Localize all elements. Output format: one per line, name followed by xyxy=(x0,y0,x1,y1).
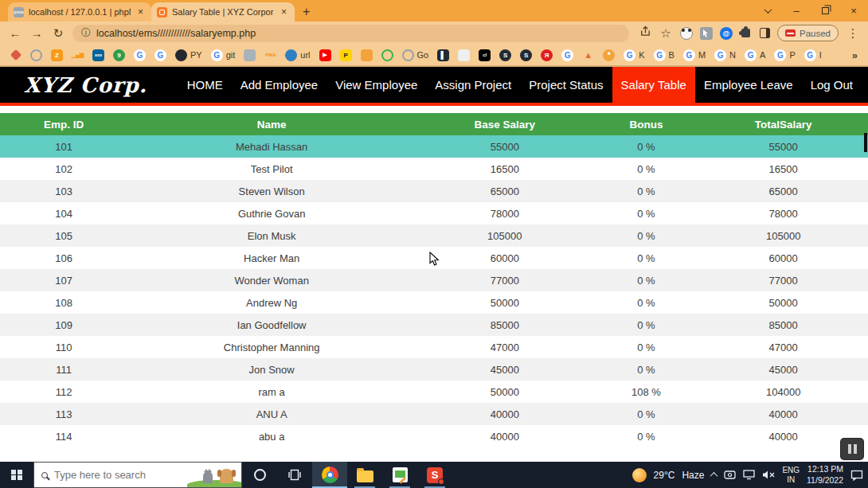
site-info-icon[interactable]: ⓘ xyxy=(81,26,91,40)
panda-extension-icon[interactable] xyxy=(680,27,693,40)
bookmark-item[interactable]: G xyxy=(154,49,166,61)
tray-expand-icon[interactable] xyxy=(710,472,718,480)
tab-phpmyadmin[interactable]: pma localhost / 127.0.0.1 | phpMyAdm × xyxy=(8,2,151,21)
close-window-button[interactable]: × xyxy=(839,0,868,21)
cortana-button[interactable] xyxy=(242,462,277,488)
tab-salary-table[interactable]: Salary Table | XYZ Corporation × xyxy=(151,2,295,21)
restore-button[interactable] xyxy=(811,0,839,21)
table-row-114[interactable]: 114abu a400000 %40000 xyxy=(0,425,868,447)
bookmarks-overflow-icon[interactable]: » xyxy=(852,49,858,61)
table-row-102[interactable]: 102Test Pilot165000 %16500 xyxy=(0,158,868,180)
bookmark-item[interactable] xyxy=(381,49,393,61)
weather-icon[interactable] xyxy=(632,468,647,482)
bookmark-item[interactable]: GA xyxy=(745,49,765,61)
bookmark-star-icon[interactable]: ☆ xyxy=(659,26,673,41)
weather-temp[interactable]: 29°C xyxy=(654,470,675,481)
bookmark-item[interactable]: GM xyxy=(683,49,706,61)
network-icon[interactable] xyxy=(743,470,755,480)
language-indicator[interactable]: ENG IN xyxy=(782,466,800,484)
bookmark-item[interactable]: GN xyxy=(714,49,736,61)
nav-item-project-status[interactable]: Project Status xyxy=(520,67,612,103)
task-view-button[interactable] xyxy=(277,462,312,488)
nav-item-log-out[interactable]: Log Out xyxy=(802,67,862,103)
bookmark-item[interactable] xyxy=(10,51,22,59)
bookmark-item[interactable]: S xyxy=(499,49,511,61)
nav-item-home[interactable]: HOME xyxy=(178,67,232,103)
side-panel-icon[interactable] xyxy=(760,28,770,38)
search-input[interactable] xyxy=(54,469,166,481)
chrome-taskbar-button[interactable] xyxy=(312,462,347,488)
bookmark-item[interactable]: PMA xyxy=(264,49,276,61)
address-bar[interactable]: ⓘ localhost/ems////////////salaryemp.php xyxy=(72,25,629,42)
recorder-pause-button[interactable] xyxy=(841,439,863,459)
bookmark-item[interactable]: G xyxy=(134,49,146,61)
bookmark-item[interactable]: Go xyxy=(402,49,429,61)
table-row-107[interactable]: 107Wonder Woman770000 %77000 xyxy=(0,269,868,291)
bookmark-item[interactable]: url xyxy=(285,49,310,61)
bookmark-item[interactable]: cl xyxy=(479,49,491,61)
bookmark-item[interactable]: ▌ xyxy=(437,49,449,61)
hand-cursor-extension-icon[interactable] xyxy=(700,27,713,40)
bookmark-item[interactable]: * xyxy=(603,49,615,61)
table-row-105[interactable]: 105Elon Musk1050000 %105000 xyxy=(0,224,868,247)
bookmark-item[interactable]: ▲ xyxy=(582,49,594,61)
bookmark-item[interactable]: IEEE xyxy=(92,49,104,61)
bookmark-item[interactable] xyxy=(30,49,42,61)
extensions-puzzle-icon[interactable] xyxy=(740,27,753,40)
bookmark-item[interactable]: S xyxy=(520,49,532,61)
profile-paused-badge[interactable]: Paused xyxy=(777,25,839,41)
bookmark-item[interactable]: G xyxy=(561,49,573,61)
table-row-112[interactable]: 112ram a50000108 %104000 xyxy=(0,381,868,403)
volume-muted-icon[interactable] xyxy=(762,470,775,480)
minimize-button[interactable]: – xyxy=(782,0,811,21)
table-row-109[interactable]: 109Ian Goodfellow850000 %85000 xyxy=(0,314,868,336)
back-icon[interactable]: ← xyxy=(8,26,22,40)
table-row-108[interactable]: 108Andrew Ng500000 %50000 xyxy=(0,291,868,314)
nav-item-salary-table[interactable]: Salary Table xyxy=(612,67,695,103)
at-extension-icon[interactable]: @ xyxy=(720,27,733,40)
taskbar-search[interactable] xyxy=(33,462,242,488)
bookmark-item[interactable]: PY xyxy=(175,49,202,61)
share-icon[interactable] xyxy=(639,25,651,41)
bookmark-item[interactable]: Ggit xyxy=(211,49,236,61)
bookmark-item[interactable]: 9 xyxy=(113,49,125,61)
close-tab-icon[interactable]: × xyxy=(135,6,146,18)
table-row-101[interactable]: 101Mehadi Hassan550000 %55000 xyxy=(0,135,868,158)
meet-now-icon[interactable] xyxy=(724,470,736,480)
bookmark-item[interactable]: ▶ xyxy=(319,49,331,61)
bookmark-item[interactable]: Я xyxy=(541,49,553,61)
bookmark-item[interactable]: GB xyxy=(654,49,674,61)
bookmark-item[interactable] xyxy=(244,49,256,61)
tab-search-icon[interactable] xyxy=(753,0,782,21)
bookmark-item[interactable]: ▁▄▆ xyxy=(72,49,84,61)
file-explorer-button[interactable] xyxy=(347,462,382,488)
close-tab-icon[interactable]: × xyxy=(279,6,289,18)
scrollbar-thumb[interactable] xyxy=(864,133,867,152)
bookmark-item[interactable]: GP xyxy=(774,49,795,61)
clock[interactable]: 12:13 PM 11/9/2022 xyxy=(807,464,843,485)
table-row-110[interactable]: 110Christopher Manning470000 %47000 xyxy=(0,336,868,358)
nav-item-assign-project[interactable]: Assign Project xyxy=(426,67,520,103)
nav-item-add-employee[interactable]: Add Employee xyxy=(232,67,327,103)
table-row-111[interactable]: 111Jon Snow450000 %45000 xyxy=(0,358,868,381)
nav-item-view-employee[interactable]: View Employee xyxy=(326,67,426,103)
screen-recorder-button[interactable]: S xyxy=(417,462,452,488)
bookmark-item[interactable] xyxy=(458,49,470,61)
forward-icon[interactable]: → xyxy=(29,26,44,40)
bookmark-item[interactable]: Z xyxy=(51,49,63,61)
new-tab-button[interactable]: + xyxy=(303,5,310,19)
bookmark-item[interactable]: GI xyxy=(804,49,822,61)
bookmark-item[interactable]: P xyxy=(340,49,352,61)
table-row-104[interactable]: 104Guthrie Govan780000 %78000 xyxy=(0,202,868,224)
action-center-icon[interactable] xyxy=(850,470,863,481)
nav-item-employee-leave[interactable]: Employee Leave xyxy=(695,67,802,103)
menu-kebab-icon[interactable]: ⋮ xyxy=(846,26,860,41)
table-row-113[interactable]: 113ANU A400000 %40000 xyxy=(0,403,868,425)
bookmark-item[interactable]: GK xyxy=(624,49,644,61)
image-editor-button[interactable] xyxy=(382,462,417,488)
reload-icon[interactable]: ↻ xyxy=(51,26,65,41)
bookmark-item[interactable] xyxy=(361,49,373,61)
table-row-103[interactable]: 103Steven Wilson650000 %65000 xyxy=(0,180,868,202)
start-button[interactable] xyxy=(0,462,33,488)
weather-condition[interactable]: Haze xyxy=(682,470,704,481)
